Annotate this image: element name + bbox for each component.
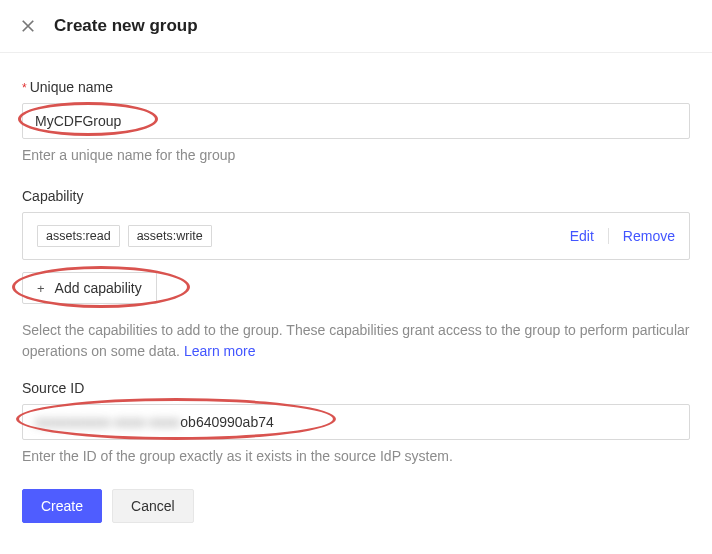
source-id-input[interactable]: xxxxxxxxxx-xxxx-xxxx ob640990ab74 <box>22 404 690 440</box>
source-id-obscured: xxxxxxxxxx-xxxx-xxxx <box>35 414 180 430</box>
capability-helper-text: Select the capabilities to add to the gr… <box>22 322 689 359</box>
unique-name-label: *Unique name <box>22 79 690 95</box>
edit-capability-link[interactable]: Edit <box>570 228 594 244</box>
learn-more-link[interactable]: Learn more <box>184 343 256 359</box>
required-asterisk: * <box>22 81 27 95</box>
separator <box>608 228 609 244</box>
source-id-section: Source ID xxxxxxxxxx-xxxx-xxxx ob640990a… <box>22 380 690 467</box>
source-id-helper: Enter the ID of the group exactly as it … <box>22 446 690 467</box>
capability-box: assets:read assets:write Edit Remove <box>22 212 690 260</box>
add-capability-button[interactable]: + Add capability <box>22 272 157 304</box>
remove-capability-link[interactable]: Remove <box>623 228 675 244</box>
unique-name-helper: Enter a unique name for the group <box>22 145 690 166</box>
plus-icon: + <box>37 281 45 296</box>
source-id-visible-suffix: ob640990ab74 <box>180 414 273 430</box>
source-id-label: Source ID <box>22 380 690 396</box>
footer-buttons: Create Cancel <box>22 489 690 523</box>
modal-header: Create new group <box>0 0 712 53</box>
capability-helper: Select the capabilities to add to the gr… <box>22 320 690 362</box>
unique-name-input[interactable] <box>22 103 690 139</box>
capability-tags: assets:read assets:write <box>37 225 212 247</box>
create-button[interactable]: Create <box>22 489 102 523</box>
modal-title: Create new group <box>54 16 198 36</box>
capability-tag: assets:write <box>128 225 212 247</box>
cancel-button[interactable]: Cancel <box>112 489 194 523</box>
add-capability-label: Add capability <box>55 280 142 296</box>
unique-name-section: *Unique name Enter a unique name for the… <box>22 79 690 166</box>
capability-label: Capability <box>22 188 690 204</box>
close-icon[interactable] <box>20 18 36 34</box>
capability-section: Capability assets:read assets:write Edit… <box>22 188 690 362</box>
capability-tag: assets:read <box>37 225 120 247</box>
unique-name-label-text: Unique name <box>30 79 113 95</box>
